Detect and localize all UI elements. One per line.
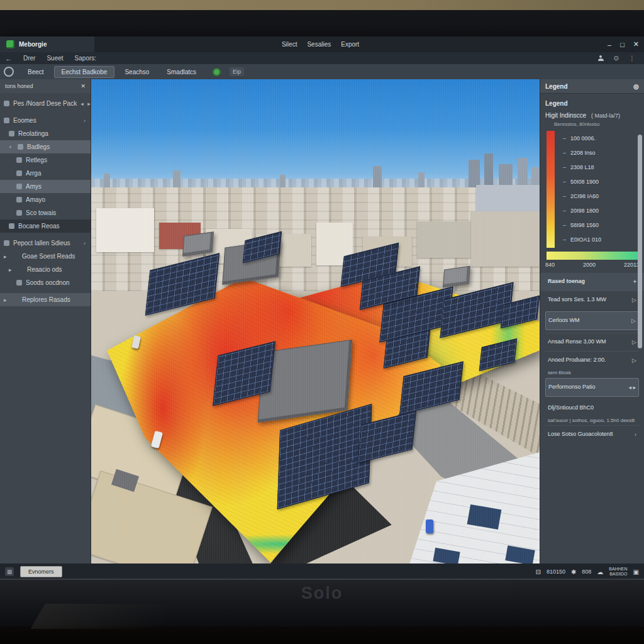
pager-arrows-icon[interactable]: ◂ ▸	[80, 101, 91, 107]
play-icon[interactable]: ▷	[632, 357, 636, 364]
back-arrow-icon[interactable]: ←	[5, 55, 12, 62]
tick-label: 20I98 1800	[570, 208, 599, 214]
expand-icon[interactable]: ▸	[4, 297, 9, 303]
menu-bar: ← Drer Sueet Sapors: ⊙ ⋮	[0, 52, 644, 64]
legend-panel: Legend ◎ Legend Higit Indinscce ( Matd-l…	[540, 79, 644, 564]
expand-icon[interactable]: ▸	[4, 253, 9, 260]
legend-subtext: Beresstos, 80nbuiso	[554, 121, 639, 127]
legend-body: Legend Higit Indinscce ( Matd-la/7) Bere…	[540, 94, 644, 443]
menubar-item-drer[interactable]: Drer	[23, 55, 35, 62]
sidebar-title: tons honed	[5, 83, 33, 89]
design-canvas[interactable]	[91, 79, 540, 564]
menubar-right-icons: ⊙ ⋮	[598, 52, 635, 64]
tab-beect[interactable]: Beect	[20, 66, 52, 78]
play-icon[interactable]: ▷	[631, 318, 636, 324]
tick-label: 58I98 1560	[570, 222, 599, 228]
irradiance-ticks: –100 0006. –2208 Inso –2308 L18 –50I08 1…	[563, 131, 601, 247]
overflow-menu-icon[interactable]: ⋮	[629, 55, 635, 62]
sidebar-item-reaacio[interactable]: ▸ Reaacio ods	[0, 263, 91, 276]
sidebar-item-sco-towais[interactable]: Sco towais	[0, 206, 91, 219]
tab-eechst-badkobe[interactable]: Eechst Badkobe	[54, 66, 115, 78]
menu-export[interactable]: Export	[341, 41, 359, 48]
expand-icon[interactable]: +	[9, 144, 14, 150]
metric-subtext: sat'oucor | sothos, oguoo, 1.5h0 deesB	[548, 418, 639, 423]
toolbar: Beect Eechst Badkobe Seachso Smadlatcs E…	[0, 64, 644, 79]
desk	[0, 626, 644, 644]
evnomers-button[interactable]: Evnomers	[20, 566, 62, 577]
globe-icon[interactable]: ⊙	[614, 55, 619, 62]
sidebar-close-icon[interactable]: ✕	[80, 83, 86, 89]
close-button[interactable]: ✕	[633, 40, 639, 48]
status-clock: 810150	[547, 569, 565, 575]
metric-row-performance-ratio[interactable]: Performonso Patio ◂ ▸	[545, 378, 639, 397]
menubar-item-sapors[interactable]: Sapors:	[75, 55, 96, 62]
sidebar-item-dese-pack[interactable]: Pes /Noard Dese Pack ◂ ▸	[0, 97, 91, 110]
sidebar-item-replores[interactable]: ▸ Replores Rasads	[0, 293, 91, 306]
table-icon	[16, 157, 22, 163]
sidebar-item-reolatinga[interactable]: Reolatinga	[0, 127, 91, 140]
grid-view-icon[interactable]: ▦	[5, 567, 14, 576]
maximize-button[interactable]: □	[620, 41, 625, 48]
panel-scrollbar[interactable]	[638, 135, 642, 348]
sidebar-item-soods[interactable]: Soods oocdnon	[0, 276, 91, 289]
sidebar-item-amys[interactable]: Amys	[0, 180, 91, 193]
app-logo-icon	[6, 40, 14, 48]
sidebar-item-eoomes[interactable]: Eoomes ›	[0, 114, 91, 127]
metric-subtext: sem Blosk	[548, 370, 639, 375]
menubar-item-sueet[interactable]: Sueet	[47, 55, 63, 62]
add-icon[interactable]: +	[633, 279, 636, 285]
menu-silect[interactable]: Silect	[282, 41, 297, 48]
minimize-button[interactable]: –	[608, 41, 611, 48]
play-icon[interactable]: ▷	[632, 297, 636, 303]
sidebar-item-goae-soest[interactable]: ▸ Goae Soest Reads	[0, 250, 91, 263]
tab-smadlatcs[interactable]: Smadlatcs	[159, 66, 204, 78]
app-brand-tab[interactable]: Meborgie	[0, 36, 94, 52]
menu-sesalies[interactable]: Sesalies	[307, 41, 331, 48]
pack-icon	[4, 101, 9, 106]
status-dot-icon[interactable]	[213, 68, 221, 76]
metric-row-system-size[interactable]: Tead sors Ses. 1.3 MW ▷	[545, 291, 639, 309]
metric-row-annual[interactable]: Ansad Rense 3,00 WM ▷	[545, 333, 639, 351]
legend-panel-header: Legend ◎	[540, 79, 644, 94]
metric-row-cerloos[interactable]: Cerloos WM ▷	[545, 311, 639, 330]
title-menu: Silect Sesalies Export	[282, 36, 359, 52]
tick-label: 50I08 1900	[570, 179, 599, 185]
building-icon	[9, 131, 14, 136]
status-bar: ▦ Evnomers ⊟ 810150 ✱ 808 ☁ BAHHEN BASII…	[0, 564, 644, 580]
sidebar-item-badlegs[interactable]: + Badlegs	[0, 140, 91, 153]
user-icon[interactable]	[598, 55, 604, 61]
array-icon	[16, 184, 22, 189]
status-right: ⊟ 810150 ✱ 808 ☁ BAHHEN BASIIDO ▣	[536, 567, 640, 577]
chevron-right-icon[interactable]: ›	[635, 431, 636, 438]
eip-badge[interactable]: Eip	[230, 67, 244, 76]
metric-row-production[interactable]: Anoed Produane: 2:00. ▷	[545, 351, 639, 369]
tab-seachso[interactable]: Seachso	[117, 66, 157, 78]
status-badge: 808	[582, 569, 591, 575]
asterisk-icon: ✱	[571, 569, 576, 575]
chevron-right-icon[interactable]: ›	[84, 118, 87, 124]
sidebar-item-bocane-reoas[interactable]: Bocane Reoas	[0, 219, 91, 233]
panel-toggle-icon[interactable]: ▣	[633, 569, 639, 575]
play-icon[interactable]: ▷	[632, 339, 636, 345]
legend-settings-icon[interactable]: ◎	[633, 83, 639, 90]
stepper-icons[interactable]: ◂ ▸	[628, 384, 636, 391]
sidebar-item-pepoct[interactable]: Pepoct lallen Sdieus ›	[0, 236, 91, 250]
compass-icon[interactable]	[4, 67, 14, 77]
window-controls: – □ ✕	[608, 36, 639, 52]
expand-icon[interactable]: ▸	[9, 267, 14, 273]
sidebar-item-arrga[interactable]: Arrga	[0, 167, 91, 180]
app-window: Meborgie Silect Sesalies Export – □ ✕ ← …	[0, 36, 644, 580]
metrics-header[interactable]: Rased toenag +	[540, 273, 644, 291]
car-blue	[426, 519, 433, 533]
legend-section-title: Legend	[545, 100, 639, 107]
metric-row-lose-sotso[interactable]: Lose Sotso Guoacoloten8 ›	[545, 425, 639, 443]
irradiance-axis-labels: 840 2000 22013	[545, 262, 640, 268]
sidebar-header: tons honed ✕	[0, 79, 91, 93]
grid-icon	[18, 144, 23, 150]
tag-icon	[16, 210, 22, 216]
shield-icon	[16, 280, 22, 286]
sidebar-item-retlegs[interactable]: Retlegs	[0, 153, 91, 167]
chevron-right-icon[interactable]: ›	[84, 240, 87, 247]
sidebar-item-amayo[interactable]: Amayo	[0, 193, 91, 206]
tick-label: E0IOA1 010	[570, 236, 601, 243]
